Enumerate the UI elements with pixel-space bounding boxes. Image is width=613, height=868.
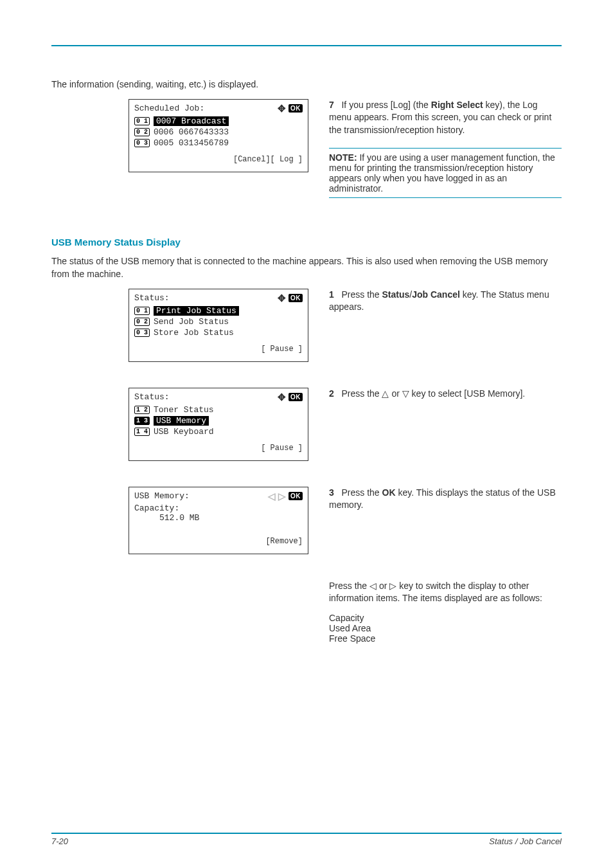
screen-softkeys: [ Pause ] [134,444,303,453]
scheduled-job-screen: Scheduled Job: ✥OK 0 1 0007 Broadcast 0 … [129,99,308,172]
top-rule [51,45,562,46]
screen-row: 0 1 Print Job Status [134,305,303,316]
screen-row: 1 4 USB Keyboard [134,426,303,437]
note-box: NOTE: If you are using a user management… [329,148,562,198]
right-select-key: Right Select [431,100,483,110]
note-text: If you are using a user management funct… [329,152,555,194]
nav-ok-icon: ✥OK [278,293,303,303]
status-key: Status [382,289,410,300]
usb-memory-screen: USB Memory: ◁ ▷OK Capacity: 512.0 MB [Re… [129,487,308,554]
bottom-rule [51,833,562,834]
ok-key: OK [382,487,396,498]
screen-row: 0 3 0005 0313456789 [134,138,303,149]
nav-ok-icon: ◁ ▷OK [268,491,303,501]
status-screen-1: Status: ✥OK 0 1 Print Job Status 0 2 Sen… [129,289,308,362]
note-label: NOTE: [329,152,357,163]
step2-text: 2 Press the △ or ▽ key to select [USB Me… [329,388,562,401]
page-footer: 7-20 Status / Job Cancel [51,833,562,846]
capacity-label: Capacity: [134,503,303,513]
screen-row: 1 2 Toner Status [134,404,303,415]
job-cancel-key: Job Cancel [412,289,460,300]
info-item: Used Area [329,623,562,633]
footer-label: Status / Job Cancel [489,836,562,846]
status-screen-2: Status: ✥OK 1 2 Toner Status 1 3 USB Mem… [129,388,308,461]
section1-intro: The information (sending, waiting, etc.)… [51,78,562,91]
info-items-list: Capacity Used Area Free Space [329,613,562,644]
usb-heading: USB Memory Status Display [51,237,562,248]
info-item: Free Space [329,633,562,644]
screen-softkeys: [Remove] [134,537,303,546]
step7-text: 7 If you press [Log] (the Right Select k… [329,99,562,137]
screen-row: 0 3 Store Job Status [134,327,303,338]
screen-row: 0 2 Send Job Status [134,316,303,327]
step3-text: 3 Press the OK key. This displays the st… [329,487,562,512]
screen-title: Scheduled Job: [134,104,204,113]
screen-softkeys: [ Pause ] [134,345,303,354]
screen-row: 0 1 0007 Broadcast [134,116,303,127]
nav-ok-icon: ✥OK [278,392,303,402]
step4-text: Press the ◁ or ▷ key to switch the displ… [329,580,562,605]
nav-ok-icon: ✥OK [278,104,303,113]
capacity-value: 512.0 MB [134,513,303,523]
usb-intro: The status of the USB memory that is con… [51,255,562,280]
screen-row: 0 2 0006 0667643333 [134,127,303,138]
info-item: Capacity [329,613,562,623]
page-number: 7-20 [51,836,68,846]
screen-row: 1 3 USB Memory [134,415,303,426]
screen-softkeys: [Cancel][ Log ] [134,155,303,164]
step1-text: 1 Press the Status/Job Cancel key. The S… [329,289,562,314]
